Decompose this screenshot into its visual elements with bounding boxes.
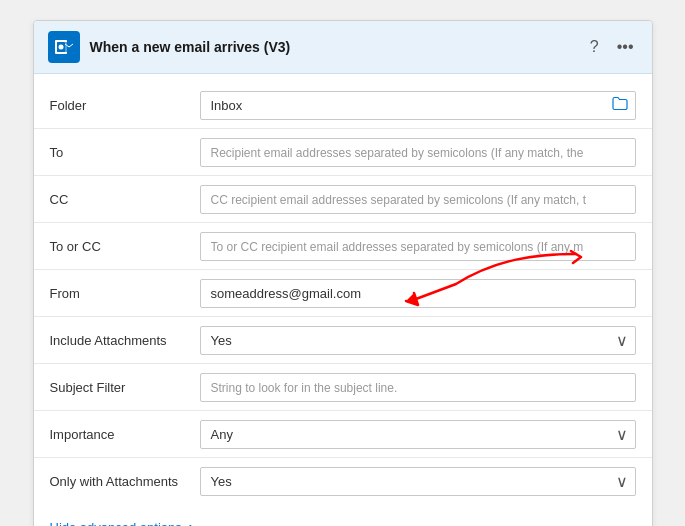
folder-input[interactable] bbox=[200, 91, 636, 120]
subject-filter-control bbox=[200, 373, 636, 402]
from-control bbox=[200, 279, 636, 308]
to-input[interactable] bbox=[200, 138, 636, 167]
include-attachments-row: Include Attachments Yes ∨ bbox=[34, 319, 652, 361]
only-with-attachments-control: Yes ∨ bbox=[200, 467, 636, 496]
to-control bbox=[200, 138, 636, 167]
importance-row: Importance Any ∨ bbox=[34, 413, 652, 455]
cc-input[interactable] bbox=[200, 185, 636, 214]
folder-control bbox=[200, 91, 636, 120]
header-actions: ? ••• bbox=[586, 36, 638, 58]
hide-advanced-button[interactable]: Hide advanced options ∧ bbox=[50, 520, 195, 526]
more-options-button[interactable]: ••• bbox=[613, 36, 638, 58]
card-title: When a new email arrives (V3) bbox=[90, 39, 586, 55]
chevron-up-icon: ∧ bbox=[186, 521, 195, 527]
outlook-icon bbox=[48, 31, 80, 63]
to-or-cc-control bbox=[200, 232, 636, 261]
folder-icon bbox=[612, 97, 628, 114]
from-label: From bbox=[50, 286, 200, 301]
chevron-down-icon: ∨ bbox=[616, 425, 628, 444]
to-row: To bbox=[34, 131, 652, 173]
include-attachments-control: Yes ∨ bbox=[200, 326, 636, 355]
card-footer: Hide advanced options ∧ bbox=[34, 512, 652, 526]
only-with-attachments-row: Only with Attachments Yes ∨ bbox=[34, 460, 652, 502]
cc-row: CC bbox=[34, 178, 652, 220]
ellipsis-icon: ••• bbox=[617, 38, 634, 55]
cc-label: CC bbox=[50, 192, 200, 207]
from-input[interactable] bbox=[200, 279, 636, 308]
from-row: From bbox=[34, 272, 652, 314]
folder-label: Folder bbox=[50, 98, 200, 113]
folder-row: Folder bbox=[34, 84, 652, 126]
to-or-cc-label: To or CC bbox=[50, 239, 200, 254]
trigger-card: When a new email arrives (V3) ? ••• Fold… bbox=[33, 20, 653, 526]
subject-filter-input[interactable] bbox=[200, 373, 636, 402]
to-or-cc-row: To or CC bbox=[34, 225, 652, 267]
only-with-attachments-value: Yes bbox=[211, 474, 232, 489]
importance-label: Importance bbox=[50, 427, 200, 442]
importance-value: Any bbox=[211, 427, 233, 442]
card-header: When a new email arrives (V3) ? ••• bbox=[34, 21, 652, 74]
subject-filter-label: Subject Filter bbox=[50, 380, 200, 395]
include-attachments-label: Include Attachments bbox=[50, 333, 200, 348]
to-or-cc-input[interactable] bbox=[200, 232, 636, 261]
help-button[interactable]: ? bbox=[586, 36, 603, 58]
importance-select[interactable]: Any ∨ bbox=[200, 420, 636, 449]
subject-filter-row: Subject Filter bbox=[34, 366, 652, 408]
only-with-attachments-label: Only with Attachments bbox=[50, 474, 200, 489]
importance-control: Any ∨ bbox=[200, 420, 636, 449]
chevron-down-icon: ∨ bbox=[616, 331, 628, 350]
only-with-attachments-select[interactable]: Yes ∨ bbox=[200, 467, 636, 496]
to-label: To bbox=[50, 145, 200, 160]
svg-point-2 bbox=[58, 45, 63, 50]
include-attachments-value: Yes bbox=[211, 333, 232, 348]
hide-advanced-label: Hide advanced options bbox=[50, 520, 182, 526]
include-attachments-select[interactable]: Yes ∨ bbox=[200, 326, 636, 355]
card-body: Folder To CC bbox=[34, 74, 652, 512]
cc-control bbox=[200, 185, 636, 214]
chevron-down-icon: ∨ bbox=[616, 472, 628, 491]
